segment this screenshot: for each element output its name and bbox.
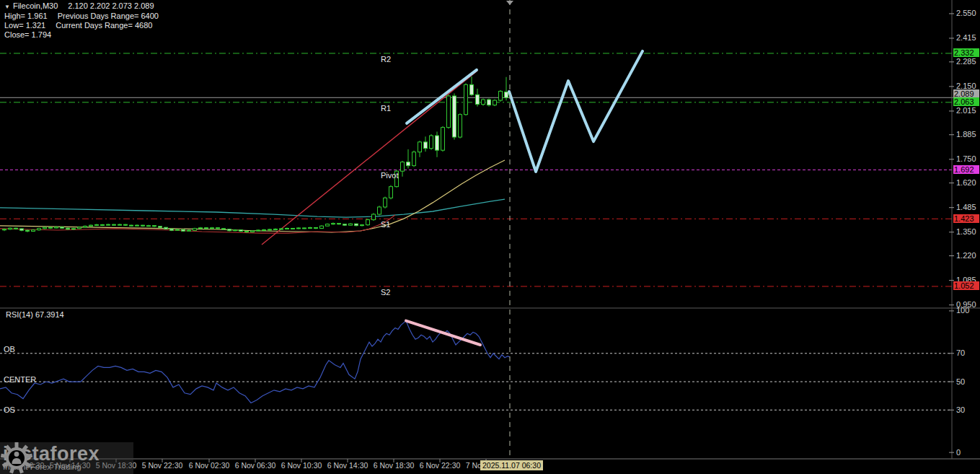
candle-body xyxy=(124,224,128,225)
candle-body xyxy=(205,228,208,229)
candle-body xyxy=(61,227,64,229)
candle-body xyxy=(78,227,81,229)
candle-body xyxy=(482,100,485,105)
level-price-badge-r2: 2.332 xyxy=(953,48,979,57)
candle-body xyxy=(499,91,503,100)
candle-body xyxy=(170,229,174,230)
level-price-badge-s2: 1.052 xyxy=(953,281,979,290)
candle-body xyxy=(89,225,93,226)
candle-body xyxy=(141,225,145,226)
candle-body xyxy=(314,227,318,228)
candle-body xyxy=(55,227,58,228)
cursor-top-marker xyxy=(506,1,513,5)
candle-body xyxy=(337,224,341,224)
symbol-name: Filecoin,M30 xyxy=(13,1,58,10)
candle-body xyxy=(147,226,151,227)
time-axis-label: 5 Nov 22:30 xyxy=(142,461,183,470)
candle-body xyxy=(187,230,191,231)
price-axis-label: 1.350 xyxy=(956,227,976,236)
pivot-level-label-s2: S2 xyxy=(381,288,390,297)
price-axis-label: 1.885 xyxy=(956,130,976,139)
symbol-info-block: ▼Filecoin,M30 2.120 2.202 2.073 2.089 Hi… xyxy=(4,1,159,40)
candle-body xyxy=(361,225,364,226)
price-axis-label: 1.485 xyxy=(956,203,976,211)
rsi-line xyxy=(0,321,510,403)
instaforex-gear-icon xyxy=(0,442,33,474)
candle-body xyxy=(176,229,180,230)
pivot-level-label-pivot: Pivot xyxy=(381,171,398,180)
candle-body xyxy=(268,229,272,230)
candle-body xyxy=(262,229,266,230)
candle-body xyxy=(389,187,393,198)
close-value: Close= 1.794 xyxy=(4,30,51,40)
candle-body xyxy=(234,230,237,231)
pivot-level-label-s1: S1 xyxy=(381,220,390,229)
candle-body xyxy=(505,92,508,97)
candle-body xyxy=(101,224,105,225)
candle-body xyxy=(476,95,480,104)
time-axis-label: 6 Nov 10:30 xyxy=(281,461,322,470)
candle-body xyxy=(274,229,278,229)
price-axis-label: 2.015 xyxy=(956,106,976,115)
price-axis-label: 2.550 xyxy=(956,9,976,17)
rsi-axis-label: 50 xyxy=(956,377,965,386)
ohlc-values: 2.120 2.202 2.073 2.089 xyxy=(68,1,154,12)
price-axis-label: 2.285 xyxy=(956,57,976,66)
high-value: High= 1.961 xyxy=(4,12,48,21)
candle-body xyxy=(355,224,358,226)
symbol-ohlc-line: ▼Filecoin,M30 2.120 2.202 2.073 2.089 xyxy=(4,1,159,12)
candle-body xyxy=(3,229,6,230)
instaforex-watermark: instaforex Instant Forex Trading xyxy=(0,442,133,474)
candle-body xyxy=(286,228,289,229)
candle-body xyxy=(112,224,116,225)
candle-body xyxy=(332,224,335,224)
candle-body xyxy=(130,225,133,226)
rsi-os-label: OS xyxy=(4,405,15,414)
time-axis-label: 6 Nov 02:30 xyxy=(189,461,230,470)
candle-body xyxy=(412,152,416,166)
symbol-dropdown-icon[interactable]: ▼ xyxy=(4,4,10,10)
candle-body xyxy=(245,232,249,232)
forecast-zigzag-line xyxy=(509,51,643,172)
time-axis-label: 6 Nov 22:30 xyxy=(420,461,461,470)
level-price-badge-r1: 2.063 xyxy=(953,97,979,106)
candle-body xyxy=(95,224,99,225)
level-price-badge-s1: 1.423 xyxy=(953,214,979,223)
candle-body xyxy=(418,142,422,152)
candle-body xyxy=(164,227,168,229)
price-axis-label: 2.415 xyxy=(956,33,976,42)
candle-body xyxy=(430,136,433,149)
candle-body xyxy=(153,226,156,227)
candle-body xyxy=(228,229,231,231)
trading-terminal: ▼Filecoin,M30 2.120 2.202 2.073 2.089 Hi… xyxy=(0,0,980,474)
price-axis-label: 1.220 xyxy=(956,251,976,260)
candle-body xyxy=(257,230,260,231)
candle-body xyxy=(401,162,405,172)
time-axis-label: 6 Nov 18:30 xyxy=(374,461,415,470)
candle-body xyxy=(251,231,255,232)
time-axis-label: 6 Nov 14:30 xyxy=(327,461,368,470)
candle-body xyxy=(193,229,197,231)
candle-body xyxy=(309,227,312,228)
price-axis-label: 1.620 xyxy=(956,178,976,187)
rsi-ob-label: OB xyxy=(4,345,15,354)
level-price-badge-pivot: 1.692 xyxy=(953,165,979,174)
candle-body xyxy=(407,162,410,166)
candle-body xyxy=(182,229,185,231)
candle-body xyxy=(14,228,18,229)
prev-range-value: Previous Days Range= 6400 xyxy=(58,12,159,21)
ma-red-line xyxy=(0,215,395,233)
low-value: Low= 1.321 xyxy=(4,21,45,30)
candle-body xyxy=(9,228,12,229)
candle-body xyxy=(32,230,35,232)
candle-body xyxy=(424,142,428,149)
candle-body xyxy=(447,96,451,128)
candle-body xyxy=(280,229,283,229)
candle-body xyxy=(37,229,41,230)
candle-body xyxy=(326,224,330,227)
candle-body xyxy=(441,128,445,151)
candle-body xyxy=(459,115,462,137)
pivot-level-label-r1: R1 xyxy=(381,104,391,113)
chart-canvas[interactable] xyxy=(0,0,980,474)
rsi-axis-label: 0 xyxy=(956,448,961,457)
